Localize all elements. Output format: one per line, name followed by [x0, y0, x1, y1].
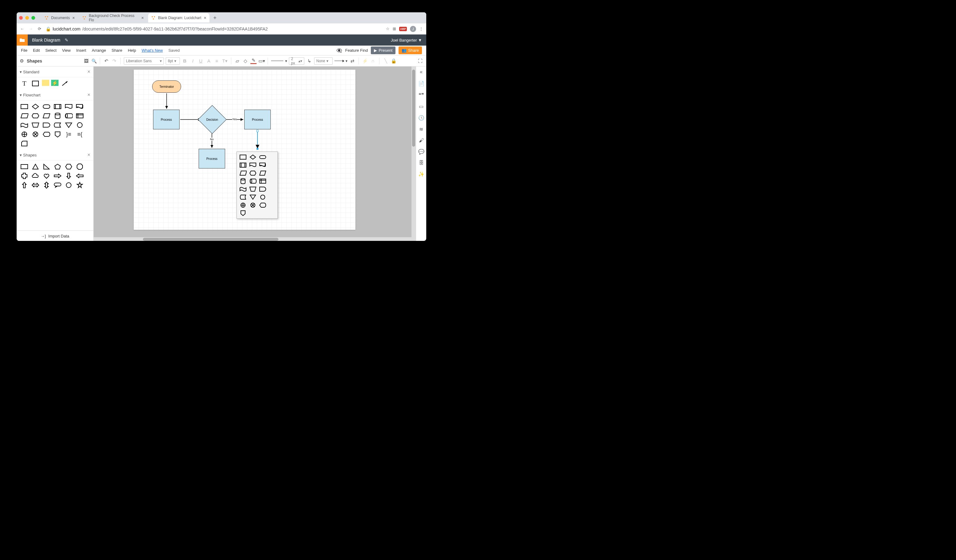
flowchart-database[interactable]	[53, 112, 62, 120]
menu-file[interactable]: File	[21, 48, 27, 53]
sg-io[interactable]	[258, 170, 267, 176]
close-tab-icon[interactable]: ×	[204, 16, 206, 20]
shape-arrow-ud[interactable]	[42, 181, 51, 189]
text-color-icon[interactable]: A	[206, 58, 212, 63]
flowchart-process[interactable]	[20, 103, 29, 110]
shapes-panel-header[interactable]: ▾ Shapes×	[17, 150, 93, 160]
standard-panel-header[interactable]: ▾ Standard×	[17, 66, 93, 77]
maximize-window[interactable]	[31, 16, 35, 20]
flowchart-decision[interactable]	[31, 103, 40, 110]
shape-arrow-left[interactable]	[75, 172, 84, 179]
flowchart-multidoc[interactable]	[75, 103, 84, 110]
sg-hexagon[interactable]	[248, 170, 257, 176]
minimize-window[interactable]	[25, 16, 29, 20]
shape-circle[interactable]	[64, 181, 73, 189]
binoculars-icon[interactable]: 👁‍🗨	[336, 48, 342, 53]
sg-storeddata[interactable]	[239, 194, 247, 201]
sg-document[interactable]	[248, 162, 257, 168]
hotspot-shape[interactable]: ⚡	[51, 80, 58, 86]
flowchart-papertape[interactable]	[20, 121, 29, 129]
canvas-area[interactable]: Terminator Process Decision Process Proc…	[94, 66, 416, 241]
close-icon[interactable]: ×	[88, 92, 90, 98]
flowchart-io[interactable]	[42, 112, 51, 120]
flowchart-directdata[interactable]	[64, 112, 73, 120]
browser-tab-blank-diagram[interactable]: Blank Diagram: Lucidchart ×	[148, 13, 209, 22]
horizontal-scrollbar[interactable]	[94, 237, 416, 241]
sg-terminator[interactable]	[258, 154, 267, 160]
close-icon[interactable]: ×	[88, 69, 90, 74]
flowchart-storeddata[interactable]	[53, 121, 62, 129]
italic-icon[interactable]: I	[190, 58, 196, 63]
sg-or[interactable]	[239, 202, 247, 209]
image-icon[interactable]: 🖼	[84, 58, 88, 63]
sg-directdata[interactable]	[248, 178, 257, 184]
document-title[interactable]: Blank Diagram	[28, 38, 64, 42]
flowchart-display[interactable]	[42, 131, 51, 138]
present-panel-icon[interactable]: ▭	[419, 104, 423, 109]
terminator-node[interactable]: Terminator	[152, 80, 181, 93]
line-end-preview[interactable]	[335, 61, 344, 61]
vertical-scrollbar[interactable]	[412, 66, 416, 237]
process-node-2[interactable]: Process	[244, 110, 271, 129]
browser-tab-documents[interactable]: Documents ×	[41, 13, 78, 22]
sg-offpage[interactable]	[239, 210, 247, 217]
flowchart-sum[interactable]	[31, 131, 40, 138]
shape-octagon[interactable]	[75, 163, 84, 170]
flowchart-hexagon[interactable]	[31, 112, 40, 120]
flowchart-predefined[interactable]	[53, 103, 62, 110]
menu-help[interactable]: Help	[128, 48, 136, 53]
shape-suggestion-popup[interactable]	[237, 151, 278, 219]
home-button[interactable]	[17, 35, 28, 46]
browser-tab-background-check[interactable]: Background Check Process Flo ×	[79, 13, 147, 22]
sg-delay[interactable]	[258, 186, 267, 192]
reload-icon[interactable]: ⟳	[37, 27, 42, 31]
text-tool-icon[interactable]: T▾	[222, 58, 228, 64]
shape-cross[interactable]	[20, 172, 29, 179]
data-icon[interactable]: 🗄	[419, 160, 424, 166]
page-icon[interactable]: 📄	[418, 81, 425, 87]
shape-righttriangle[interactable]	[42, 163, 51, 170]
sg-manualop[interactable]	[248, 186, 257, 192]
shape-triangle[interactable]	[31, 163, 40, 170]
line-style-preview[interactable]	[271, 61, 283, 61]
paint-icon[interactable]: 🖌	[419, 138, 424, 143]
close-icon[interactable]: ×	[88, 152, 90, 158]
layers-icon[interactable]: ≋	[419, 126, 423, 132]
sg-merge[interactable]	[248, 194, 257, 201]
lock-icon[interactable]: 🔒	[390, 58, 397, 64]
line-start-dropdown[interactable]: None ▾	[314, 57, 333, 64]
flowchart-bracer[interactable]: }≡	[64, 131, 73, 138]
underline-icon[interactable]: U	[198, 58, 204, 63]
menu-arrange[interactable]: Arrange	[92, 48, 106, 53]
flowchart-or[interactable]	[20, 131, 29, 138]
flowchart-data[interactable]	[20, 112, 29, 120]
flowchart-manualop[interactable]	[31, 121, 40, 129]
shape-star[interactable]	[75, 181, 84, 189]
fullscreen-icon[interactable]: ⛶	[417, 58, 423, 63]
star-icon[interactable]: ☆	[386, 27, 390, 31]
share-button[interactable]: 👥 Share	[399, 47, 422, 54]
flowchart-merge[interactable]	[64, 121, 73, 129]
comment-icon[interactable]: ❝❞	[418, 92, 424, 98]
flowchart-card[interactable]	[20, 140, 29, 147]
line-width-dropdown[interactable]: 2 px ▴▾	[289, 57, 304, 64]
shape-arrow-right[interactable]	[53, 172, 62, 179]
process-node-3[interactable]: Process	[199, 149, 225, 168]
undo-icon[interactable]: ↶	[103, 58, 109, 64]
swap-ends-icon[interactable]: ⇄	[349, 58, 355, 64]
shape-style-icon[interactable]: ▭▾	[258, 58, 264, 64]
back-icon[interactable]: ←	[20, 27, 25, 31]
text-tool[interactable]: T	[20, 80, 29, 87]
shape-arrow-down[interactable]	[64, 172, 73, 179]
sg-decision[interactable]	[248, 154, 257, 160]
user-menu[interactable]: Joel Bangerter ▼	[391, 38, 426, 42]
sg-display[interactable]	[258, 202, 267, 209]
border-color-icon[interactable]: ✎	[250, 58, 256, 64]
new-tab-button[interactable]: +	[211, 15, 219, 21]
close-window[interactable]	[19, 16, 23, 20]
shape-cloud[interactable]	[31, 172, 40, 179]
collapse-rail-icon[interactable]: »	[420, 69, 423, 75]
close-tab-icon[interactable]: ×	[142, 16, 144, 20]
crop-icon[interactable]: ▱	[234, 58, 241, 64]
sg-internal[interactable]	[258, 178, 267, 184]
